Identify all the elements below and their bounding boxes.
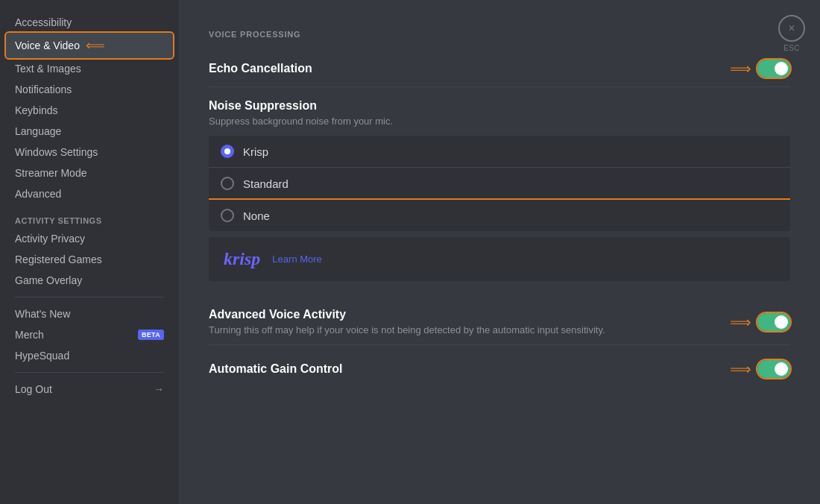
merch-beta-badge: BETA [138,330,164,340]
advanced-voice-check-icon: ✓ [780,317,786,327]
logout-arrow-icon: → [154,383,164,395]
sidebar-item-keybinds[interactable]: Keybinds [6,100,173,121]
advanced-voice-activity-toggle[interactable]: ✓ [757,313,790,331]
echo-cancellation-toggle-wrapper: ✓ [757,60,790,78]
sidebar-item-label: Game Overlay [15,274,82,286]
advanced-voice-activity-toggle-wrapper: ✓ [757,313,790,331]
standard-radio-label: Standard [243,177,288,190]
sidebar-item-label: Advanced [15,188,61,200]
sidebar-item-label: Registered Games [15,253,102,265]
sidebar-item-notifications[interactable]: Notifications [6,79,173,100]
krisp-radio-circle [221,145,234,158]
gain-control-check-icon: ✓ [780,365,786,374]
standard-radio-circle [221,177,234,190]
sidebar-arrow-annotation: ⟸ [86,37,105,54]
krisp-learn-more-link[interactable]: Learn More [272,253,321,265]
automatic-gain-control-toggle-wrapper: ✓ [757,360,790,378]
sidebar-item-hypesquad[interactable]: HypeSquad [6,345,173,366]
noise-suppression-section: Noise Suppression Suppress background no… [209,99,790,281]
echo-cancellation-right: ⟹ ✓ [730,60,790,78]
sidebar-item-label: Voice & Video [15,40,80,51]
echo-cancellation-label: Echo Cancellation [209,62,312,75]
krisp-info-box: krisp Learn More [209,237,790,281]
sidebar-item-text-images[interactable]: Text & Images [6,58,173,79]
noise-suppression-desc: Suppress background noise from your mic. [209,116,790,127]
sidebar-item-label: Streamer Mode [15,167,86,179]
sidebar-item-registered-games[interactable]: Registered Games [6,249,173,270]
esc-circle: × [778,15,805,42]
radio-option-none[interactable]: None ⟸ [209,200,790,231]
echo-cancellation-toggle[interactable]: ✓ [757,60,790,78]
sidebar-item-label: What's New [15,308,70,320]
none-radio-label: None [243,210,270,222]
sidebar-item-label: HypeSquad [15,350,69,362]
advanced-voice-arrow: ⟹ [730,313,751,331]
echo-cancellation-arrow: ⟹ [730,60,751,78]
automatic-gain-control-name: Automatic Gain Control [209,362,343,376]
logout-label: Log Out [15,383,52,395]
sidebar-item-label: Windows Settings [15,146,98,158]
advanced-voice-activity-desc: Turning this off may help if your voice … [209,324,605,336]
sidebar-item-label: Text & Images [15,63,81,75]
sidebar-item-activity-privacy[interactable]: Activity Privacy [6,228,173,249]
esc-button[interactable]: × ESC [778,15,805,52]
automatic-gain-control-right: ⟹ ✓ [730,360,790,378]
sidebar-item-label: Keybinds [15,104,58,116]
advanced-voice-activity-name: Advanced Voice Activity [209,308,605,321]
sidebar-item-streamer-mode[interactable]: Streamer Mode [6,163,173,183]
esc-label: ESC [783,44,800,52]
sidebar-item-language[interactable]: Language [6,121,173,142]
automatic-gain-control-toggle[interactable]: ✓ [757,360,790,378]
sidebar-item-logout[interactable]: Log Out → [6,379,173,400]
sidebar-item-advanced[interactable]: Advanced [6,183,173,204]
sidebar-divider [15,297,164,297]
radio-option-krisp[interactable]: Krisp [209,136,790,168]
automatic-gain-control-text: Automatic Gain Control [209,362,343,376]
echo-cancellation-check-icon: ✓ [780,64,786,74]
sidebar-item-label: Accessibility [15,16,72,28]
sidebar-item-label: Language [15,125,61,137]
krisp-logo: krisp [224,249,260,269]
automatic-gain-control-row: Automatic Gain Control ⟹ ✓ [209,351,790,387]
advanced-voice-activity-text: Advanced Voice Activity Turning this off… [209,308,605,336]
sidebar-item-whats-new[interactable]: What's New [6,303,173,324]
sidebar-item-label: Activity Privacy [15,233,85,245]
noise-suppression-options: Krisp Standard None ⟸ [209,136,790,231]
none-radio-circle [221,209,234,222]
main-content: × ESC VOICE PROCESSING Echo Cancellation… [179,0,820,504]
sidebar-item-voice-video[interactable]: Voice & Video ⟸ [6,33,173,58]
sidebar-item-label: Merch [15,329,44,341]
voice-processing-section-label: VOICE PROCESSING [209,30,790,39]
echo-cancellation-row: Echo Cancellation ⟹ ✓ [209,51,790,87]
sidebar-item-accessibility[interactable]: Accessibility [6,12,173,33]
sidebar: Accessibility Voice & Video ⟸ Text & Ima… [0,0,179,504]
noise-suppression-name: Noise Suppression [209,99,790,113]
gain-control-arrow: ⟹ [730,360,751,378]
advanced-voice-activity-row: Advanced Voice Activity Turning this off… [209,299,790,345]
sidebar-item-merch[interactable]: Merch BETA [6,324,173,345]
sidebar-item-game-overlay[interactable]: Game Overlay [6,270,173,291]
sidebar-divider-bottom [15,372,164,373]
activity-settings-section-label: ACTIVITY SETTINGS [6,204,173,228]
esc-x-icon: × [788,22,795,35]
sidebar-item-windows-settings[interactable]: Windows Settings [6,142,173,163]
radio-option-standard[interactable]: Standard [209,168,790,200]
krisp-radio-label: Krisp [243,145,268,158]
advanced-voice-activity-right: ⟹ ✓ [730,313,790,331]
sidebar-item-label: Notifications [15,84,72,95]
